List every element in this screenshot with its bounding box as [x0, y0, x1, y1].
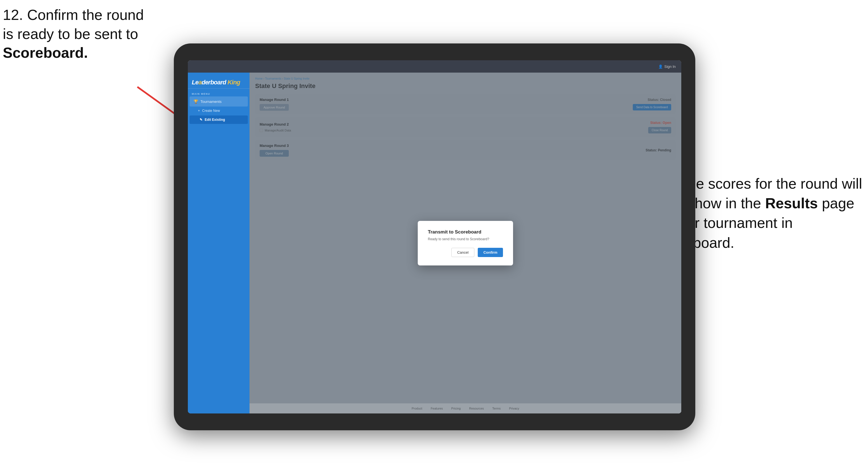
modal-overlay: Transmit to Scoreboard Ready to send thi… [250, 72, 681, 413]
sign-in-button[interactable]: 👤 Sign In [658, 64, 676, 69]
modal-subtitle: Ready to send this round to Scoreboard? [428, 237, 503, 241]
annotation-line1: Confirm the round [27, 7, 144, 23]
plus-icon: + [198, 109, 200, 113]
sidebar-edit-existing[interactable]: ✎ Edit Existing [189, 116, 248, 124]
modal-buttons: Cancel Confirm [428, 248, 503, 257]
tablet-device: 👤 Sign In Leaderboard King MAIN MENU 🏆 T… [174, 43, 695, 430]
modal-title: Transmit to Scoreboard [428, 229, 503, 235]
sidebar-logo: Leaderboard King [188, 75, 250, 89]
sidebar: Leaderboard King MAIN MENU 🏆 Tournaments… [188, 72, 250, 413]
tablet-screen: 👤 Sign In Leaderboard King MAIN MENU 🏆 T… [188, 60, 681, 413]
modal-confirm-button[interactable]: Confirm [478, 248, 503, 257]
main-content: Leaderboard King MAIN MENU 🏆 Tournaments… [188, 72, 681, 413]
sidebar-tournaments-label: Tournaments [200, 99, 221, 104]
sidebar-create-new[interactable]: + Create New [188, 106, 250, 115]
create-new-label: Create New [202, 109, 220, 113]
annotation-line2: is ready to be sent to [3, 26, 138, 42]
annotation-step: 12. [3, 7, 23, 23]
content-area: Home › Tournaments › State U Spring Invi… [250, 72, 681, 413]
logo-king: King [227, 79, 240, 86]
main-menu-label: MAIN MENU [188, 91, 250, 96]
modal-cancel-button[interactable]: Cancel [452, 248, 474, 257]
annotation-right-highlight: Results [765, 195, 818, 211]
edit-icon: ✎ [199, 118, 203, 122]
annotation-highlight: Scoreboard. [3, 44, 88, 61]
top-bar: 👤 Sign In [188, 60, 681, 72]
trophy-icon: 🏆 [193, 99, 198, 104]
logo-leaderboard: Le [192, 79, 198, 86]
transmit-modal: Transmit to Scoreboard Ready to send thi… [418, 221, 513, 266]
annotation-top-left: 12. Confirm the round is ready to be sen… [3, 6, 193, 63]
edit-existing-label: Edit Existing [205, 118, 225, 122]
logo-derboard: derboard [202, 79, 226, 86]
sidebar-item-tournaments[interactable]: 🏆 Tournaments [189, 96, 248, 106]
logo-a: a [198, 79, 202, 86]
sign-in-label: Sign In [664, 64, 676, 69]
user-icon: 👤 [658, 64, 663, 69]
logo-text: Leaderboard King [192, 79, 240, 86]
